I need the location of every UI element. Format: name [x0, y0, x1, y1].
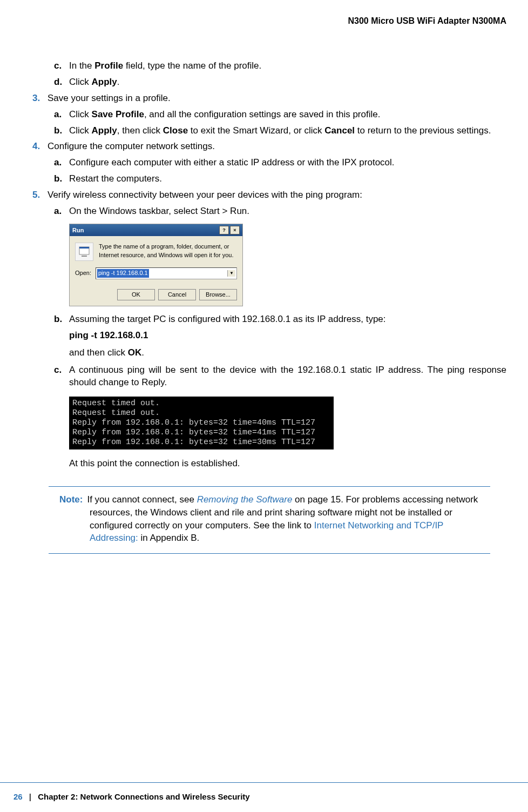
text: .	[117, 77, 120, 87]
text-4b: Restart the computers.	[69, 172, 506, 185]
text-d: Click Apply.	[69, 76, 506, 89]
run-title: Run	[72, 226, 84, 234]
text: and then click	[69, 347, 128, 358]
run-app-icon	[75, 243, 93, 261]
step-5b: b. Assuming the target PC is configured …	[54, 313, 506, 326]
dropdown-icon[interactable]: ▼	[227, 270, 235, 276]
title-icons: ? ×	[219, 226, 240, 234]
page-number: 26	[13, 792, 23, 801]
text: .	[141, 347, 144, 358]
ok-button[interactable]: OK	[117, 289, 155, 300]
text: to exit the Smart Wizard, or click	[188, 125, 324, 136]
main-content: c. In the Profile field, type the name o…	[0, 27, 528, 554]
cancel-button[interactable]: Cancel	[158, 289, 196, 300]
browse-button[interactable]: Browse...	[199, 289, 237, 300]
svg-rect-2	[82, 256, 87, 257]
bold: Cancel	[324, 125, 355, 136]
page-footer: 26 | Chapter 2: Network Connections and …	[0, 782, 528, 812]
text: If you cannot connect, see	[87, 494, 197, 505]
note-text: Note:If you cannot connect, see Removing…	[49, 493, 490, 545]
chapter-title: Chapter 2: Network Connections and Wirel…	[38, 792, 249, 801]
run-buttons: OK Cancel Browse...	[75, 289, 237, 300]
step-4b: b. Restart the computers.	[54, 172, 506, 185]
marker-5c: c.	[54, 364, 69, 390]
text-4: Configure the computer network settings.	[48, 140, 506, 153]
text: field, type the name of the profile.	[123, 61, 261, 71]
bold: Apply	[92, 77, 117, 87]
text-4a: Configure each computer with either a st…	[69, 156, 506, 169]
step-d: d. Click Apply.	[54, 76, 506, 89]
text-3: Save your settings in a profile.	[48, 92, 506, 105]
step-4a: a. Configure each computer with either a…	[54, 156, 506, 169]
marker-d: d.	[54, 76, 69, 89]
bold: Close	[163, 125, 188, 136]
text: Click	[69, 77, 92, 87]
text: Click	[69, 109, 92, 119]
svg-rect-1	[79, 247, 89, 249]
text-5c: A continuous ping will be sent to the de…	[69, 364, 506, 390]
run-body: Type the name of a program, folder, docu…	[70, 236, 242, 306]
text-3a: Click Save Profile, and all the configur…	[69, 108, 506, 121]
text: In the	[69, 61, 94, 71]
marker-5: 5.	[32, 189, 48, 202]
marker-3a: a.	[54, 108, 69, 121]
run-input-value: ping -t 192.168.0.1	[97, 269, 149, 277]
text: to return to the previous settings.	[355, 125, 491, 136]
separator: |	[29, 792, 31, 801]
bold: Save Profile	[92, 109, 144, 119]
run-desc-text: Type the name of a program, folder, docu…	[99, 243, 237, 259]
marker-5a: a.	[54, 205, 69, 218]
text: Click	[69, 125, 92, 136]
marker-5b: b.	[54, 313, 69, 326]
step-3: 3. Save your settings in a profile.	[32, 92, 506, 105]
text-5a: On the Windows taskbar, select Start > R…	[69, 205, 506, 218]
open-label: Open:	[75, 269, 91, 277]
connection-established: At this point the connection is establis…	[69, 457, 506, 470]
marker-4a: a.	[54, 156, 69, 169]
run-dialog: Run ? × Type the name of a program, fold…	[69, 224, 243, 306]
step-5a: a. On the Windows taskbar, select Start …	[54, 205, 506, 218]
run-titlebar: Run ? ×	[70, 224, 242, 236]
text-c: In the Profile field, type the name of t…	[69, 59, 506, 72]
marker-3b: b.	[54, 124, 69, 137]
terminal-output: Request timed out. Request timed out. Re…	[69, 397, 334, 449]
bold: Apply	[92, 125, 117, 136]
step-4: 4. Configure the computer network settin…	[32, 140, 506, 153]
note-block: Note:If you cannot connect, see Removing…	[49, 486, 490, 554]
run-open-row: Open: ping -t 192.168.0.1 ▼	[75, 267, 237, 279]
step-5: 5. Verify wireless connectivity between …	[32, 189, 506, 202]
marker-c: c.	[54, 59, 69, 72]
text: , and all the configuration settings are…	[144, 109, 381, 119]
help-icon[interactable]: ?	[219, 226, 229, 234]
page-header: N300 Micro USB WiFi Adapter N300MA	[0, 0, 528, 27]
marker-3: 3.	[32, 92, 48, 105]
text-5b: Assuming the target PC is configured wit…	[69, 313, 506, 326]
step-3a: a. Click Save Profile, and all the confi…	[54, 108, 506, 121]
ping-command: ping -t 192.168.0.1	[69, 329, 506, 342]
step-3b: b. Click Apply, then click Close to exit…	[54, 124, 506, 137]
marker-4: 4.	[32, 140, 48, 153]
bold: Profile	[94, 61, 123, 71]
text-5: Verify wireless connectivity between you…	[48, 189, 506, 202]
note-label: Note:	[59, 494, 83, 505]
then-click: and then click OK.	[69, 346, 506, 359]
marker-4b: b.	[54, 172, 69, 185]
run-desc-row: Type the name of a program, folder, docu…	[75, 243, 237, 261]
run-input[interactable]: ping -t 192.168.0.1 ▼	[96, 267, 237, 279]
link-removing-software[interactable]: Removing the Software	[197, 494, 293, 505]
close-icon[interactable]: ×	[230, 226, 240, 234]
text: , then click	[117, 125, 163, 136]
command-text: ping -t 192.168.0.1	[69, 330, 148, 340]
step-5c: c. A continuous ping will be sent to the…	[54, 364, 506, 390]
text: in Appendix B.	[138, 533, 199, 543]
step-c: c. In the Profile field, type the name o…	[54, 59, 506, 72]
text-3b: Click Apply, then click Close to exit th…	[69, 124, 506, 137]
bold: OK	[128, 347, 142, 358]
